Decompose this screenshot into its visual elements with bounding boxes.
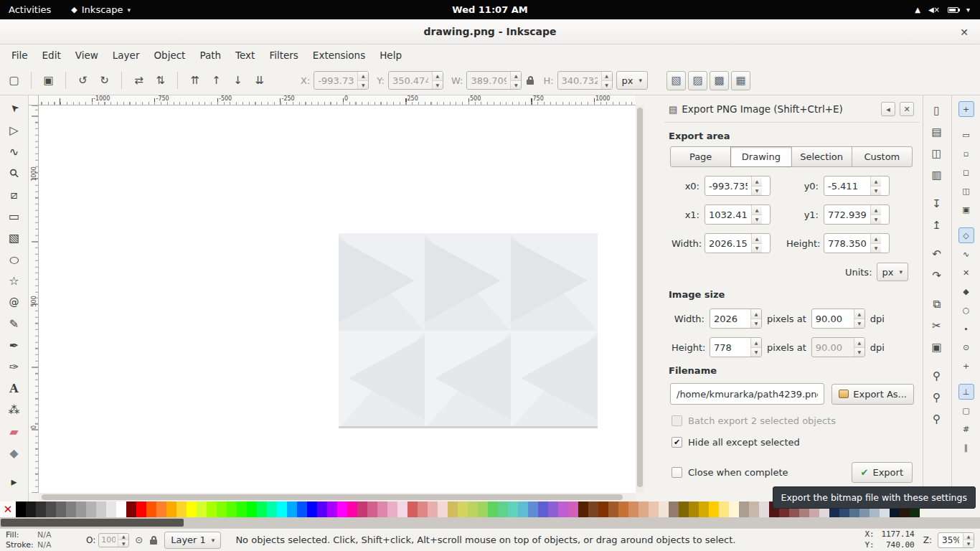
- height-dpi-spin-down[interactable]: ▼: [854, 348, 864, 357]
- x1-spin[interactable]: ▲▼: [705, 204, 771, 225]
- new-document-button[interactable]: ▯: [927, 100, 947, 121]
- flip-horizontal-button[interactable]: ⇄: [129, 71, 149, 90]
- snap-page-border-button[interactable]: ▢: [958, 402, 974, 418]
- snap-rotation-centers-button[interactable]: +: [958, 358, 974, 374]
- x0-input[interactable]: [705, 176, 751, 195]
- tweak-tool-button[interactable]: ∿: [4, 141, 25, 161]
- palette-swatch-30[interactable]: [317, 501, 327, 517]
- canvas-drawing[interactable]: [339, 233, 598, 428]
- y1-spin-arrows[interactable]: ▲▼: [870, 205, 881, 224]
- palette-swatch-57[interactable]: [588, 501, 598, 517]
- filename-input[interactable]: [670, 383, 824, 405]
- area-width-spin[interactable]: ▲▼: [705, 233, 771, 253]
- palette-swatch-45[interactable]: [468, 501, 478, 517]
- image-height-input[interactable]: [710, 338, 750, 357]
- palette-swatch-62[interactable]: [639, 501, 649, 517]
- menu-help[interactable]: Help: [372, 46, 409, 65]
- palette-swatch-3[interactable]: [46, 501, 56, 517]
- height-dpi-spin-up[interactable]: ▲: [854, 338, 864, 348]
- ruler-corner[interactable]: [29, 95, 39, 105]
- ruler-v[interactable]: 10005000: [29, 105, 39, 493]
- area-width-spin-up[interactable]: ▲: [752, 234, 762, 244]
- snap-bbox-edge-midpoints-button[interactable]: ◫: [958, 183, 974, 199]
- open-document-button[interactable]: ▤: [927, 122, 947, 142]
- selection-x-spin-down[interactable]: ▼: [358, 81, 368, 90]
- palette-swatch-46[interactable]: [478, 501, 488, 517]
- y0-spin-up[interactable]: ▲: [871, 176, 881, 187]
- scale-corners-toggle-button[interactable]: ▨: [688, 71, 707, 90]
- palette-swatch-25[interactable]: [267, 501, 277, 517]
- deselect-button[interactable]: ▣: [39, 71, 58, 90]
- palette-swatch-37[interactable]: [387, 501, 397, 517]
- selection-width-spin-arrows[interactable]: ▲▼: [510, 72, 521, 89]
- y0-input[interactable]: [824, 176, 870, 195]
- y1-spin-down[interactable]: ▼: [871, 215, 881, 225]
- copy-button[interactable]: ⧉: [927, 294, 947, 314]
- select-all-button[interactable]: ▢: [4, 71, 24, 90]
- selection-height-input[interactable]: [558, 72, 601, 89]
- window-close-button[interactable]: ✕: [957, 25, 971, 39]
- scale-stroke-toggle-button[interactable]: ▧: [666, 71, 686, 90]
- toolbar-units-combo[interactable]: px▾: [616, 71, 648, 90]
- y1-spin[interactable]: ▲▼: [824, 204, 890, 225]
- image-width-input[interactable]: [710, 309, 750, 328]
- x1-spin-arrows[interactable]: ▲▼: [751, 205, 762, 224]
- palette-swatch-66[interactable]: [679, 501, 689, 517]
- snap-guides-button[interactable]: ∥: [958, 440, 974, 456]
- selection-width-spin-up[interactable]: ▲: [511, 72, 521, 81]
- image-width-spin[interactable]: ▲▼: [710, 309, 762, 329]
- selection-width-spin[interactable]: ▲▼: [466, 71, 522, 90]
- y1-input[interactable]: [824, 205, 870, 224]
- menu-view[interactable]: View: [68, 46, 105, 65]
- x0-spin-up[interactable]: ▲: [752, 176, 762, 187]
- palette-scrollbar[interactable]: [0, 517, 980, 528]
- snap-cusp-nodes-button[interactable]: ◆: [958, 283, 974, 299]
- export-area-selection-button[interactable]: Selection: [791, 146, 852, 167]
- palette-swatch-20[interactable]: [217, 501, 227, 517]
- palette-swatch-23[interactable]: [247, 501, 257, 517]
- save-document-button[interactable]: ◫: [927, 143, 947, 164]
- snap-path-intersections-button[interactable]: ✕: [958, 265, 974, 281]
- x0-spin-down[interactable]: ▼: [752, 187, 762, 196]
- palette-swatch-31[interactable]: [327, 501, 337, 517]
- opacity-spin[interactable]: ▲▼: [98, 533, 129, 547]
- palette-swatch-74[interactable]: [759, 501, 769, 517]
- menu-file[interactable]: File: [4, 46, 35, 65]
- palette-swatch-22[interactable]: [237, 501, 247, 517]
- rotate-90-cw-button[interactable]: ↻: [95, 71, 114, 90]
- area-height-input[interactable]: [824, 234, 870, 253]
- selection-width-input[interactable]: [467, 72, 510, 89]
- palette-swatch-71[interactable]: [729, 501, 739, 517]
- palette-swatch-41[interactable]: [428, 501, 438, 517]
- rotate-90-ccw-button[interactable]: ↺: [73, 71, 93, 90]
- calligraphy-tool-button[interactable]: ✑: [4, 357, 25, 377]
- cut-button[interactable]: ✂: [927, 316, 947, 336]
- palette-swatch-11[interactable]: [126, 501, 136, 517]
- eraser-tool-button[interactable]: ▰: [4, 421, 25, 441]
- snap-bbox-centers-button[interactable]: ▣: [958, 202, 974, 217]
- palette-swatch-12[interactable]: [136, 501, 146, 517]
- palette-swatch-43[interactable]: [448, 501, 458, 517]
- move-patterns-toggle-button[interactable]: ▦: [731, 71, 750, 90]
- palette-swatch-29[interactable]: [307, 501, 317, 517]
- measure-tool-button[interactable]: ⧄: [4, 184, 25, 204]
- selection-y-spin-down[interactable]: ▼: [433, 81, 443, 90]
- zoom-spin-up[interactable]: ▲: [963, 533, 974, 541]
- area-height-spin[interactable]: ▲▼: [824, 233, 890, 253]
- zoom-input[interactable]: [938, 533, 963, 547]
- paint-bucket-tool-button[interactable]: ◆: [4, 443, 25, 463]
- dialog-dock-button[interactable]: ◂: [881, 102, 895, 116]
- zoom-spin[interactable]: ▲▼: [938, 532, 974, 548]
- palette-swatch-15[interactable]: [166, 501, 176, 517]
- batch-checkbox[interactable]: [672, 415, 682, 426]
- text-tool-button[interactable]: A: [4, 378, 25, 398]
- image-height-spin-up[interactable]: ▲: [751, 338, 761, 348]
- box-3d-tool-button[interactable]: ▧: [4, 227, 25, 248]
- snap-nodes-button[interactable]: ◇: [958, 227, 974, 243]
- palette-swatch-5[interactable]: [66, 501, 76, 517]
- selection-height-spin-arrows[interactable]: ▲▼: [601, 72, 612, 89]
- palette-swatch-8[interactable]: [96, 501, 106, 517]
- width-dpi-spin-down[interactable]: ▼: [854, 319, 864, 329]
- palette-swatch-24[interactable]: [257, 501, 267, 517]
- selection-y-spin-up[interactable]: ▲: [433, 72, 443, 81]
